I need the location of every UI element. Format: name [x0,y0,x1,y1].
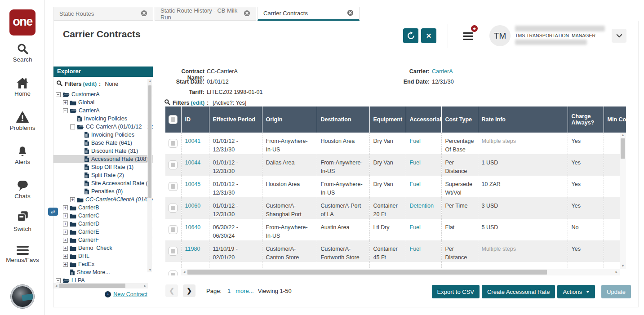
collapse-icon[interactable]: − [56,92,61,97]
tree-item[interactable]: +Invoicing Policies [53,115,153,123]
expand-icon[interactable]: + [63,222,68,226]
tree-item[interactable]: +Invoicing Policies [53,131,153,139]
collapse-icon[interactable]: − [70,124,75,129]
sidebar-item-home[interactable]: Home [0,77,45,97]
more-pages-link[interactable]: more... [235,288,253,294]
accessorial-link[interactable]: Detention [410,203,434,209]
tree-item[interactable]: +Accessorial Rate (108) [53,155,153,163]
column-header[interactable]: Equipment [369,106,406,133]
close-tab-icon[interactable] [141,10,147,18]
tree-item[interactable]: +Demo_Check [53,244,153,252]
column-header[interactable]: Origin [262,106,317,133]
tree-item[interactable]: +Global [53,98,153,106]
row-checkbox[interactable] [169,160,178,169]
tree-item[interactable]: −CC-CarrierA (01/01/12 - 12/ [53,123,153,131]
tree-item[interactable]: +CarrierD [53,220,153,228]
accessorial-link[interactable]: Fuel [410,160,421,166]
tree-item[interactable]: +DHL [53,252,153,260]
table-horizontal-scrollbar[interactable]: ◄ ► [181,269,620,275]
tree-item[interactable]: +Split Rate (2) [53,171,153,179]
select-all-checkbox[interactable] [169,115,178,124]
tree-item[interactable]: −CustomerA [53,90,153,98]
row-checkbox[interactable] [169,247,178,256]
tree-item[interactable]: +CC-CarrierAClientA (01/01/2 [53,195,153,204]
tree-item[interactable]: +CarrierC [53,212,153,220]
tree-item[interactable]: +Discount Rate (31) [53,147,153,155]
contract-id-link[interactable]: 10044 [185,160,201,166]
tree-item[interactable]: +CarrierB [53,204,153,212]
expand-icon[interactable]: + [63,230,68,235]
sidebar-item-problems[interactable]: Problems [0,111,45,131]
tree-item[interactable]: +CarrierE [53,228,153,236]
user-menu-button[interactable] [612,29,626,43]
sidebar-item-menus-favs[interactable]: Menus/Favs [0,244,45,263]
edit-filters-link[interactable]: (edit) [83,81,97,87]
user-avatar-image[interactable] [11,285,34,308]
column-header[interactable]: Effective Period [209,106,262,133]
contract-id-link[interactable]: 10041 [185,138,201,144]
tree-item[interactable]: +Site Accessorial Rate (4 [53,179,153,187]
row-checkbox[interactable] [169,182,178,191]
next-page-button[interactable]: ❯ [183,284,195,297]
tree-item[interactable]: +Stop Off Rate (1) [53,163,153,171]
column-header[interactable]: ID [181,106,209,133]
carrier-value-link[interactable]: CarrierA [432,68,453,75]
close-page-button[interactable]: ✕ [421,28,436,43]
expand-icon[interactable]: + [63,205,68,210]
row-checkbox[interactable] [169,225,178,234]
refresh-button[interactable] [403,28,418,43]
collapse-icon[interactable]: − [56,278,61,283]
sidebar-item-switch[interactable]: ⇄ Switch [0,210,45,232]
contract-id-link[interactable]: 10060 [185,203,201,209]
accessorial-link[interactable]: Fuel [410,181,421,187]
update-button[interactable]: Update [601,285,631,298]
contract-id-link[interactable]: 10045 [185,181,201,187]
expand-icon[interactable]: + [63,262,68,267]
accessorial-link[interactable]: Fuel [410,224,421,231]
tab-carrier-contracts[interactable]: Carrier Contracts [258,7,360,21]
tab-static-routes[interactable]: Static Routes [53,7,153,21]
close-tab-icon[interactable] [347,9,354,18]
expand-icon[interactable]: + [63,213,68,218]
table-vertical-scrollbar[interactable]: ▲ ▼ [620,133,626,269]
sidebar-item-alerts[interactable]: Alerts [0,146,45,165]
close-tab-icon[interactable] [244,10,250,18]
actions-dropdown-button[interactable]: Actions [557,285,595,298]
explorer-tree-vertical-scrollbar[interactable]: ▲ ▼ [147,79,152,272]
column-header[interactable]: Charge Always? [568,106,604,133]
contract-id-link[interactable]: 11980 [185,246,200,252]
expand-icon[interactable]: + [63,100,68,105]
column-header[interactable]: Cost Type [441,106,478,133]
one-logo[interactable]: one [9,9,36,35]
expand-icon[interactable]: + [63,238,68,243]
tree-item[interactable]: +Show More... [53,268,153,276]
sidebar-item-search[interactable]: Search [0,43,45,63]
accessorial-link[interactable]: Fuel [410,246,421,252]
row-checkbox[interactable] [169,271,178,275]
contract-id-link[interactable]: 10640 [185,224,201,231]
user-initials-avatar[interactable]: TM [489,25,511,46]
new-contract-link[interactable]: + New Contract [105,291,147,297]
expand-icon[interactable]: + [70,197,75,202]
create-accessorial-rate-button[interactable]: Create Accessorial Rate [482,285,555,298]
tree-item[interactable]: +Penalties (0) [53,187,153,195]
row-checkbox[interactable] [169,139,178,148]
accessorial-link[interactable]: Fuel [410,138,421,144]
expand-icon[interactable]: + [63,246,68,251]
tree-item[interactable]: −CarrierA [53,106,153,115]
tree-item[interactable]: +Base Rate (641) [53,139,153,147]
edit-filters-link[interactable]: (edit) [191,100,205,106]
collapse-icon[interactable]: − [63,108,68,113]
column-header[interactable]: Rate Info [478,106,568,133]
column-header[interactable]: Accessorial [406,106,441,133]
tree-item[interactable]: +CarrierF [53,236,153,244]
row-checkbox[interactable] [169,204,178,213]
tree-item[interactable]: +FedEx [53,260,153,268]
export-to-csv-button[interactable]: Export to CSV [432,285,480,298]
sidebar-item-chats[interactable]: Chats [0,180,45,200]
prev-page-button[interactable]: ❮ [165,284,178,297]
column-header[interactable]: Min Cost [604,106,626,133]
expand-icon[interactable]: + [63,254,68,259]
explorer-tree-horizontal-scrollbar[interactable]: ◄ ► [53,283,148,288]
notifications-menu-button[interactable]: ★ [463,31,479,44]
